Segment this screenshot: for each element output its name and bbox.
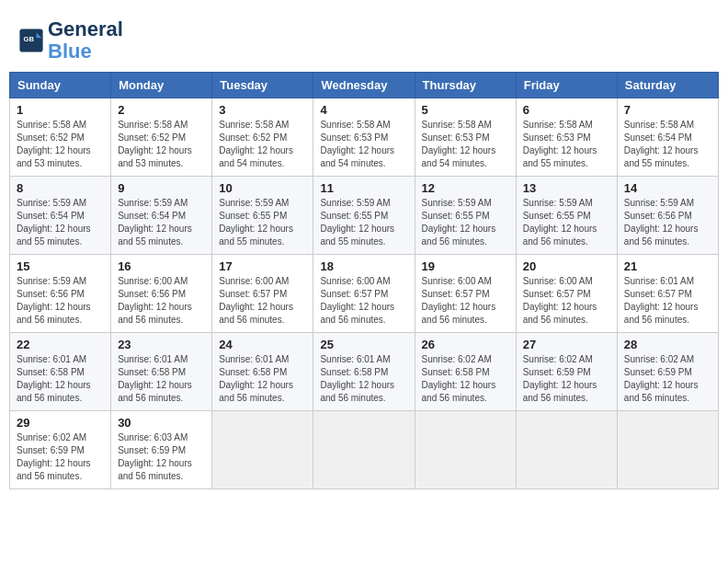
calendar-cell: 19Sunrise: 6:00 AM Sunset: 6:57 PM Dayli… bbox=[415, 255, 516, 333]
weekday-header: Sunday bbox=[10, 73, 111, 98]
calendar-cell: 1Sunrise: 5:58 AM Sunset: 6:52 PM Daylig… bbox=[10, 98, 111, 177]
day-info: Sunrise: 6:00 AM Sunset: 6:56 PM Dayligh… bbox=[118, 275, 205, 327]
day-number: 1 bbox=[17, 103, 104, 117]
calendar-cell: 30Sunrise: 6:03 AM Sunset: 6:59 PM Dayli… bbox=[111, 411, 212, 489]
weekday-header: Wednesday bbox=[313, 73, 415, 98]
day-info: Sunrise: 6:01 AM Sunset: 6:58 PM Dayligh… bbox=[118, 353, 205, 405]
day-info: Sunrise: 5:59 AM Sunset: 6:56 PM Dayligh… bbox=[17, 275, 104, 327]
day-info: Sunrise: 6:01 AM Sunset: 6:58 PM Dayligh… bbox=[219, 353, 306, 405]
day-number: 13 bbox=[523, 181, 610, 195]
calendar-cell: 16Sunrise: 6:00 AM Sunset: 6:56 PM Dayli… bbox=[111, 255, 212, 333]
calendar-cell: 11Sunrise: 5:59 AM Sunset: 6:55 PM Dayli… bbox=[313, 177, 415, 255]
calendar-cell: 2Sunrise: 5:58 AM Sunset: 6:52 PM Daylig… bbox=[111, 98, 212, 177]
day-info: Sunrise: 6:01 AM Sunset: 6:58 PM Dayligh… bbox=[320, 353, 407, 405]
day-number: 27 bbox=[523, 338, 610, 351]
day-number: 30 bbox=[118, 416, 205, 430]
day-info: Sunrise: 6:01 AM Sunset: 6:57 PM Dayligh… bbox=[624, 275, 711, 327]
day-number: 12 bbox=[422, 181, 509, 195]
calendar-week-row: 29Sunrise: 6:02 AM Sunset: 6:59 PM Dayli… bbox=[10, 411, 719, 489]
day-number: 21 bbox=[624, 259, 711, 273]
day-number: 3 bbox=[219, 103, 306, 117]
calendar-cell: 17Sunrise: 6:00 AM Sunset: 6:57 PM Dayli… bbox=[212, 255, 313, 333]
day-info: Sunrise: 5:59 AM Sunset: 6:54 PM Dayligh… bbox=[17, 197, 104, 248]
day-number: 8 bbox=[17, 181, 104, 195]
day-info: Sunrise: 5:58 AM Sunset: 6:53 PM Dayligh… bbox=[320, 119, 407, 170]
calendar-cell: 23Sunrise: 6:01 AM Sunset: 6:58 PM Dayli… bbox=[111, 333, 212, 411]
day-info: Sunrise: 5:59 AM Sunset: 6:55 PM Dayligh… bbox=[523, 197, 610, 248]
calendar-cell: 29Sunrise: 6:02 AM Sunset: 6:59 PM Dayli… bbox=[10, 411, 111, 489]
weekday-header: Friday bbox=[516, 73, 617, 98]
day-number: 22 bbox=[17, 338, 104, 351]
calendar-header-row: SundayMondayTuesdayWednesdayThursdayFrid… bbox=[10, 73, 719, 98]
page-header: GB GeneralBlue bbox=[9, 9, 719, 67]
logo-icon: GB bbox=[18, 28, 44, 53]
day-info: Sunrise: 6:01 AM Sunset: 6:58 PM Dayligh… bbox=[17, 353, 104, 405]
day-info: Sunrise: 6:00 AM Sunset: 6:57 PM Dayligh… bbox=[422, 275, 509, 327]
calendar-cell bbox=[617, 411, 718, 489]
day-number: 6 bbox=[523, 103, 610, 117]
calendar-cell: 9Sunrise: 5:59 AM Sunset: 6:54 PM Daylig… bbox=[111, 177, 212, 255]
svg-text:GB: GB bbox=[24, 36, 35, 44]
calendar-cell: 4Sunrise: 5:58 AM Sunset: 6:53 PM Daylig… bbox=[313, 98, 415, 177]
day-number: 2 bbox=[118, 103, 205, 117]
day-info: Sunrise: 5:58 AM Sunset: 6:54 PM Dayligh… bbox=[624, 119, 711, 170]
weekday-header: Saturday bbox=[617, 73, 718, 98]
day-info: Sunrise: 5:58 AM Sunset: 6:53 PM Dayligh… bbox=[422, 119, 509, 170]
calendar: SundayMondayTuesdayWednesdayThursdayFrid… bbox=[9, 72, 719, 489]
weekday-header: Thursday bbox=[415, 73, 516, 98]
calendar-cell: 3Sunrise: 5:58 AM Sunset: 6:52 PM Daylig… bbox=[212, 98, 313, 177]
day-number: 17 bbox=[219, 259, 306, 273]
day-number: 18 bbox=[320, 259, 407, 273]
day-number: 19 bbox=[422, 259, 509, 273]
logo-text: GeneralBlue bbox=[48, 18, 123, 63]
calendar-cell: 14Sunrise: 5:59 AM Sunset: 6:56 PM Dayli… bbox=[617, 177, 718, 255]
day-info: Sunrise: 5:59 AM Sunset: 6:55 PM Dayligh… bbox=[320, 197, 407, 248]
calendar-cell: 8Sunrise: 5:59 AM Sunset: 6:54 PM Daylig… bbox=[10, 177, 111, 255]
calendar-cell: 28Sunrise: 6:02 AM Sunset: 6:59 PM Dayli… bbox=[617, 333, 718, 411]
day-info: Sunrise: 5:58 AM Sunset: 6:52 PM Dayligh… bbox=[219, 119, 306, 170]
day-info: Sunrise: 5:59 AM Sunset: 6:55 PM Dayligh… bbox=[219, 197, 306, 248]
calendar-week-row: 22Sunrise: 6:01 AM Sunset: 6:58 PM Dayli… bbox=[10, 333, 719, 411]
day-info: Sunrise: 6:00 AM Sunset: 6:57 PM Dayligh… bbox=[320, 275, 407, 327]
day-number: 10 bbox=[219, 181, 306, 195]
day-info: Sunrise: 6:02 AM Sunset: 6:59 PM Dayligh… bbox=[17, 431, 104, 483]
calendar-cell: 27Sunrise: 6:02 AM Sunset: 6:59 PM Dayli… bbox=[516, 333, 617, 411]
weekday-header: Monday bbox=[111, 73, 212, 98]
weekday-header: Tuesday bbox=[212, 73, 313, 98]
day-info: Sunrise: 6:00 AM Sunset: 6:57 PM Dayligh… bbox=[219, 275, 306, 327]
day-number: 16 bbox=[118, 259, 205, 273]
calendar-cell: 21Sunrise: 6:01 AM Sunset: 6:57 PM Dayli… bbox=[617, 255, 718, 333]
calendar-cell: 24Sunrise: 6:01 AM Sunset: 6:58 PM Dayli… bbox=[212, 333, 313, 411]
calendar-cell: 18Sunrise: 6:00 AM Sunset: 6:57 PM Dayli… bbox=[313, 255, 415, 333]
calendar-cell: 25Sunrise: 6:01 AM Sunset: 6:58 PM Dayli… bbox=[313, 333, 415, 411]
day-number: 24 bbox=[219, 338, 306, 351]
day-info: Sunrise: 6:02 AM Sunset: 6:59 PM Dayligh… bbox=[624, 353, 711, 405]
calendar-cell bbox=[212, 411, 313, 489]
day-number: 11 bbox=[320, 181, 407, 195]
day-info: Sunrise: 6:03 AM Sunset: 6:59 PM Dayligh… bbox=[118, 431, 205, 483]
day-number: 28 bbox=[624, 338, 711, 351]
calendar-cell: 12Sunrise: 5:59 AM Sunset: 6:55 PM Dayli… bbox=[415, 177, 516, 255]
day-number: 5 bbox=[422, 103, 509, 117]
calendar-week-row: 1Sunrise: 5:58 AM Sunset: 6:52 PM Daylig… bbox=[10, 98, 719, 177]
calendar-week-row: 15Sunrise: 5:59 AM Sunset: 6:56 PM Dayli… bbox=[10, 255, 719, 333]
day-number: 9 bbox=[118, 181, 205, 195]
day-number: 26 bbox=[422, 338, 509, 351]
calendar-cell: 15Sunrise: 5:59 AM Sunset: 6:56 PM Dayli… bbox=[10, 255, 111, 333]
day-number: 15 bbox=[17, 259, 104, 273]
day-number: 14 bbox=[624, 181, 711, 195]
calendar-cell: 20Sunrise: 6:00 AM Sunset: 6:57 PM Dayli… bbox=[516, 255, 617, 333]
day-number: 7 bbox=[624, 103, 711, 117]
day-number: 29 bbox=[17, 416, 104, 430]
calendar-cell bbox=[313, 411, 415, 489]
calendar-cell: 10Sunrise: 5:59 AM Sunset: 6:55 PM Dayli… bbox=[212, 177, 313, 255]
calendar-cell: 22Sunrise: 6:01 AM Sunset: 6:58 PM Dayli… bbox=[10, 333, 111, 411]
logo: GB GeneralBlue bbox=[18, 18, 123, 63]
day-number: 4 bbox=[320, 103, 407, 117]
day-info: Sunrise: 6:02 AM Sunset: 6:58 PM Dayligh… bbox=[422, 353, 509, 405]
day-info: Sunrise: 5:58 AM Sunset: 6:52 PM Dayligh… bbox=[118, 119, 205, 170]
day-number: 23 bbox=[118, 338, 205, 351]
calendar-cell bbox=[516, 411, 617, 489]
day-info: Sunrise: 5:58 AM Sunset: 6:52 PM Dayligh… bbox=[17, 119, 104, 170]
calendar-cell bbox=[415, 411, 516, 489]
